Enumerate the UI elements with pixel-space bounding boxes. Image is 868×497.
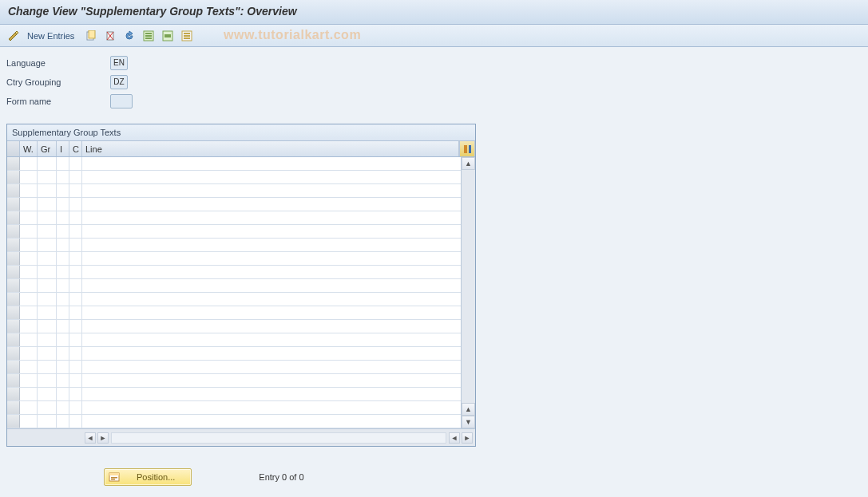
row-selector[interactable] [7,306,20,319]
cell-i[interactable] [57,374,69,387]
cell-line[interactable] [82,171,461,183]
form-name-field[interactable] [110,94,133,108]
table-row[interactable] [7,388,461,401]
row-selector[interactable] [7,252,20,265]
cell-line[interactable] [82,252,461,265]
table-row[interactable] [7,361,461,374]
col-w[interactable]: W. [20,141,38,156]
cell-line[interactable] [82,279,461,292]
hscroll-right-icon[interactable]: ► [97,432,109,444]
cell-i[interactable] [57,157,69,170]
table-row[interactable] [7,415,461,428]
row-selector[interactable] [7,171,20,183]
cell-w[interactable] [20,239,38,251]
cell-c[interactable] [69,293,82,306]
cell-gr[interactable] [38,225,57,238]
cell-gr[interactable] [38,388,57,400]
cell-c[interactable] [69,401,82,414]
cell-c[interactable] [69,347,82,360]
new-entries-button[interactable]: New Entries [27,31,74,41]
cell-i[interactable] [57,347,69,360]
cell-line[interactable] [82,306,461,319]
cell-w[interactable] [20,171,38,183]
cell-gr[interactable] [38,333,57,346]
cell-line[interactable] [82,225,461,238]
table-row[interactable] [7,198,461,211]
cell-gr[interactable] [38,293,57,306]
row-selector[interactable] [7,211,20,224]
cell-w[interactable] [20,211,38,224]
table-row[interactable] [7,157,461,171]
cell-gr[interactable] [38,198,57,211]
cell-c[interactable] [69,184,82,197]
table-row[interactable] [7,333,461,347]
cell-c[interactable] [69,211,82,224]
cell-c[interactable] [69,361,82,373]
table-row[interactable] [7,266,461,279]
cell-line[interactable] [82,388,461,400]
copy-icon[interactable] [84,29,98,43]
cell-gr[interactable] [38,171,57,183]
cell-i[interactable] [57,239,69,251]
hscroll-track[interactable] [111,432,446,444]
col-i[interactable]: I [57,141,69,156]
undo-icon[interactable] [122,29,137,43]
cell-i[interactable] [57,184,69,197]
cell-c[interactable] [69,198,82,211]
cell-i[interactable] [57,333,69,346]
cell-line[interactable] [82,184,461,197]
cell-c[interactable] [69,320,82,333]
cell-w[interactable] [20,306,38,319]
scroll-up-icon[interactable]: ▲ [462,157,475,170]
cell-w[interactable] [20,333,38,346]
cell-gr[interactable] [38,374,57,387]
row-selector[interactable] [7,320,20,333]
cell-gr[interactable] [38,252,57,265]
cell-line[interactable] [82,361,461,373]
position-button[interactable]: Position... [104,468,192,486]
cell-i[interactable] [57,211,69,224]
cell-w[interactable] [20,401,38,414]
table-config-icon[interactable] [459,141,475,156]
table-row[interactable] [7,252,461,266]
cell-c[interactable] [69,333,82,346]
cell-w[interactable] [20,279,38,292]
table-row[interactable] [7,293,461,306]
cell-w[interactable] [20,198,38,211]
cell-gr[interactable] [38,361,57,373]
row-selector[interactable] [7,401,20,414]
toggle-change-icon[interactable] [6,29,21,43]
vertical-scrollbar[interactable]: ▲ ▲ ▼ [461,157,475,428]
cell-c[interactable] [69,225,82,238]
cell-w[interactable] [20,184,38,197]
cell-line[interactable] [82,415,461,428]
cell-gr[interactable] [38,306,57,319]
cell-w[interactable] [20,266,38,278]
cell-line[interactable] [82,211,461,224]
cell-line[interactable] [82,198,461,211]
cell-i[interactable] [57,225,69,238]
cell-c[interactable] [69,374,82,387]
col-gr[interactable]: Gr [38,141,57,156]
cell-gr[interactable] [38,401,57,414]
table-row[interactable] [7,374,461,388]
cell-gr[interactable] [38,266,57,278]
cell-w[interactable] [20,293,38,306]
cell-c[interactable] [69,279,82,292]
horizontal-scrollbar[interactable]: ◄ ► ◄ ► [7,428,475,446]
cell-i[interactable] [57,293,69,306]
cell-gr[interactable] [38,279,57,292]
cell-w[interactable] [20,320,38,333]
cell-line[interactable] [82,293,461,306]
row-selector[interactable] [7,225,20,238]
table-row[interactable] [7,239,461,252]
cell-i[interactable] [57,266,69,278]
cell-gr[interactable] [38,415,57,428]
col-line[interactable]: Line [82,141,459,156]
cell-w[interactable] [20,415,38,428]
row-selector[interactable] [7,293,20,306]
cell-w[interactable] [20,157,38,170]
cell-line[interactable] [82,401,461,414]
deselect-all-icon[interactable] [180,29,194,43]
hscroll-left-icon[interactable]: ◄ [85,432,96,444]
